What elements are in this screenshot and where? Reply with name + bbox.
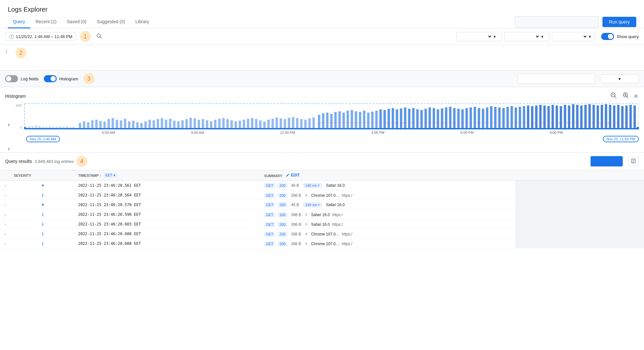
- svg-rect-79: [300, 119, 302, 129]
- run-query-button[interactable]: Run query: [602, 17, 636, 27]
- expand-cell[interactable]: ›: [0, 190, 11, 200]
- svg-rect-88: [338, 111, 341, 129]
- extra-cell: [515, 181, 644, 190]
- histogram-chart-area[interactable]: 60K 0: [13, 104, 639, 145]
- menu-icon[interactable]: ≡: [305, 193, 307, 198]
- filter-dropdown-1[interactable]: ▾: [457, 32, 502, 41]
- expand-cell[interactable]: ›: [0, 229, 11, 239]
- svg-rect-124: [486, 107, 488, 129]
- timestamp-cell: 2022-11-25 23:46:20.570 EET: [75, 200, 261, 210]
- log-fields-toggle-label[interactable]: [5, 75, 18, 82]
- expand-row-button[interactable]: ›: [3, 231, 7, 236]
- time-range-button[interactable]: 🕐 11/25/22, 1:46 AM – 11:46 PM: [5, 32, 76, 41]
- expand-row-button[interactable]: ›: [3, 222, 7, 227]
- summary-cell: GET 200 398 B ≡ Chrome 107.0… https:/: [261, 239, 515, 248]
- editor-input[interactable]: [26, 47, 639, 67]
- svg-rect-56: [206, 120, 208, 129]
- chevron-down-icon: ▾: [619, 76, 621, 81]
- edit-button[interactable]: EDIT: [286, 173, 300, 177]
- svg-rect-98: [379, 109, 381, 129]
- add-field-button[interactable]: ▾: [600, 75, 639, 83]
- search-icon-button[interactable]: [93, 32, 104, 41]
- filter-select-1[interactable]: [460, 34, 492, 39]
- start-time-badge[interactable]: Nov 25, 1:40 AM: [26, 136, 60, 142]
- filter-dropdown-3[interactable]: ▾: [552, 32, 595, 41]
- extra-cell: [515, 219, 644, 229]
- time-range-label: 11/25/22, 1:46 AM – 11:46 PM: [16, 34, 72, 39]
- extra-cell: [515, 229, 644, 239]
- menu-icon[interactable]: ≡: [305, 231, 307, 236]
- browser-text: Chrome 107.0…: [311, 242, 340, 246]
- blurred-content-2: [548, 183, 567, 187]
- filter-dropdown-2[interactable]: ▾: [504, 32, 549, 41]
- svg-rect-27: [87, 122, 89, 129]
- log-fields-toggle: Log fields: [5, 75, 39, 82]
- histogram-svg[interactable]: [24, 104, 639, 129]
- end-time-badge[interactable]: Nov 25, 11:50 PM: [603, 136, 639, 142]
- filter-input-area[interactable]: [518, 74, 595, 84]
- svg-rect-133: [523, 106, 525, 129]
- time-label-1: 6:00 AM: [102, 131, 115, 135]
- next-arrow-button[interactable]: ›: [5, 145, 13, 152]
- svg-rect-140: [552, 105, 554, 129]
- svg-point-165: [636, 127, 639, 129]
- expand-results-button[interactable]: [628, 157, 639, 166]
- zoom-in-button[interactable]: [621, 91, 630, 101]
- severity-icon: ℹ: [42, 222, 43, 227]
- expand-cell[interactable]: ›: [0, 219, 11, 229]
- zoom-out-button[interactable]: [609, 91, 618, 101]
- expand-cell[interactable]: ›: [0, 239, 11, 248]
- prev-arrow-button[interactable]: ‹: [5, 121, 13, 128]
- histogram-title: Histogram: [5, 94, 26, 99]
- filter-select-2[interactable]: [508, 34, 540, 39]
- expand-cell[interactable]: ›: [0, 210, 11, 219]
- timestamp-header-sort[interactable]: TIMESTAMP ↑ EET ▾: [78, 173, 117, 178]
- blurred-content-3: [571, 202, 590, 206]
- results-action-button[interactable]: [591, 156, 623, 166]
- time-label-2: 9:00 AM: [191, 131, 204, 135]
- eet-badge[interactable]: EET ▾: [103, 173, 117, 178]
- tab-suggested[interactable]: Suggested (0): [91, 16, 130, 28]
- tab-query[interactable]: Query: [8, 16, 30, 28]
- extra-cell: [515, 190, 644, 200]
- top-search-input[interactable]: [515, 16, 599, 28]
- expand-row-button[interactable]: ›: [3, 193, 7, 198]
- url-text: https:/: [342, 193, 352, 198]
- svg-rect-122: [478, 108, 480, 129]
- svg-rect-84: [322, 113, 324, 129]
- col-extra: [515, 170, 644, 181]
- svg-rect-135: [531, 106, 533, 129]
- tab-library[interactable]: Library: [130, 16, 154, 28]
- svg-rect-94: [363, 111, 365, 129]
- col-timestamp[interactable]: TIMESTAMP ↑ EET ▾: [75, 170, 261, 181]
- expand-row-button[interactable]: ›: [3, 212, 7, 217]
- line-numbers: 1: [5, 47, 15, 67]
- expand-cell[interactable]: ›: [0, 200, 11, 210]
- menu-icon[interactable]: ≡: [305, 241, 307, 246]
- svg-rect-26: [83, 121, 85, 129]
- svg-rect-114: [445, 107, 447, 129]
- filter-select-3[interactable]: [555, 34, 588, 39]
- menu-icon[interactable]: ≡: [305, 212, 307, 217]
- tab-saved[interactable]: Saved (0): [62, 16, 91, 28]
- expand-row-button[interactable]: ›: [3, 241, 7, 246]
- svg-rect-91: [351, 110, 353, 129]
- toggle-label[interactable]: [601, 33, 614, 40]
- severity-icon: ℹ: [42, 231, 43, 236]
- table-row: › ℹ 2022-11-25 23:46:20.603 EET GET 200 …: [0, 219, 644, 229]
- menu-icon[interactable]: ≡: [305, 222, 307, 227]
- tab-recent[interactable]: Recent (2): [30, 16, 62, 28]
- collapse-histogram-button[interactable]: [633, 93, 639, 99]
- svg-rect-145: [572, 104, 574, 129]
- query-editor: 1 2: [0, 45, 644, 71]
- zoom-out-icon: [610, 92, 617, 99]
- svg-rect-66: [247, 119, 249, 129]
- blurred-content-4: [594, 221, 620, 226]
- svg-rect-85: [326, 113, 328, 129]
- histogram-toggle-label[interactable]: [44, 75, 57, 82]
- expand-row-button[interactable]: ›: [3, 202, 7, 207]
- blurred-content-1: [518, 231, 544, 235]
- expand-row-button[interactable]: ›: [3, 183, 7, 188]
- expand-cell[interactable]: ›: [0, 181, 11, 190]
- svg-rect-45: [161, 118, 163, 129]
